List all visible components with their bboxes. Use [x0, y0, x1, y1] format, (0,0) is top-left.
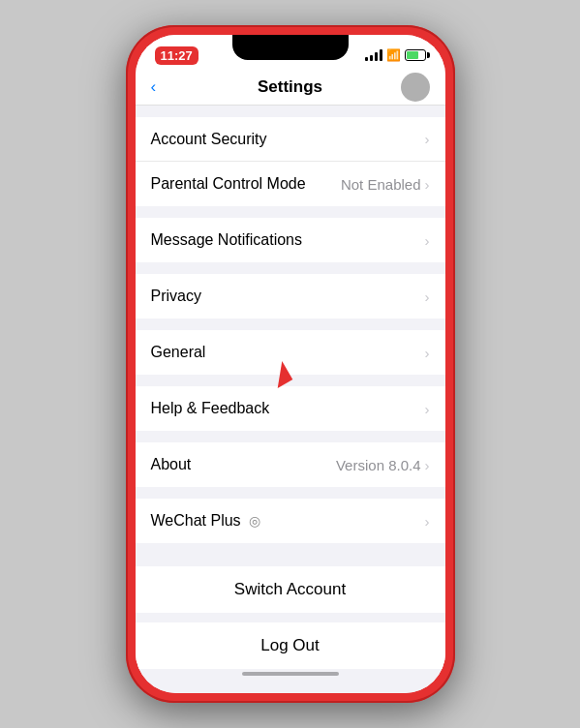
- battery-icon: [405, 49, 426, 61]
- wechat-plus-row[interactable]: WeChat Plus ◎ ›: [136, 499, 445, 543]
- about-row[interactable]: About Version 8.0.4 ›: [136, 442, 445, 487]
- signal-icon: [365, 49, 382, 61]
- message-notifications-label: Message Notifications: [151, 231, 303, 249]
- general-label: General: [151, 344, 206, 361]
- help-feedback-label: Help & Feedback: [151, 400, 270, 417]
- row-left: Parental Control Mode: [151, 175, 306, 193]
- parental-control-row[interactable]: Parental Control Mode Not Enabled ›: [136, 162, 445, 206]
- row-right: ›: [425, 513, 430, 530]
- chevron-icon: ›: [425, 401, 430, 417]
- chevron-icon: ›: [425, 288, 430, 305]
- chevron-icon: ›: [425, 131, 430, 147]
- parental-control-label: Parental Control Mode: [151, 175, 306, 193]
- chevron-icon: ›: [425, 345, 430, 361]
- privacy-row[interactable]: Privacy ›: [136, 274, 445, 318]
- switch-account-button[interactable]: Switch Account: [136, 566, 445, 613]
- privacy-label: Privacy: [151, 288, 201, 305]
- action-group: Switch Account Log Out: [136, 566, 445, 669]
- log-out-button[interactable]: Log Out: [136, 622, 445, 669]
- wechat-plus-icon: ◎: [249, 513, 260, 529]
- phone-screen: 11:27 📶 ‹ Settings: [136, 35, 445, 693]
- row-left: Account Security: [151, 131, 267, 148]
- row-left: WeChat Plus ◎: [151, 512, 260, 530]
- settings-group-1: Account Security › Parental Control Mode…: [136, 117, 445, 206]
- phone-frame: 11:27 📶 ‹ Settings: [126, 25, 455, 703]
- row-right: ›: [425, 401, 430, 417]
- row-right: ›: [425, 345, 430, 361]
- row-left: General: [151, 344, 206, 361]
- message-notifications-row[interactable]: Message Notifications ›: [136, 218, 445, 262]
- chevron-icon: ›: [425, 232, 430, 249]
- row-left: Privacy: [151, 288, 201, 305]
- about-version: Version 8.0.4: [336, 457, 421, 473]
- settings-group-5: Help & Feedback ›: [136, 386, 445, 431]
- nav-bar: ‹ Settings: [136, 70, 445, 106]
- battery-fill: [407, 51, 419, 59]
- parental-control-value: Not Enabled: [341, 176, 421, 193]
- row-right: Not Enabled ›: [341, 176, 430, 193]
- about-label: About: [151, 456, 192, 473]
- row-left: About: [151, 456, 192, 473]
- home-indicator: [242, 672, 339, 676]
- row-right: ›: [425, 232, 430, 249]
- notch: [232, 35, 349, 60]
- row-right: ›: [425, 131, 430, 147]
- general-row[interactable]: General ›: [136, 330, 445, 375]
- settings-group-3: Privacy ›: [136, 274, 445, 318]
- account-security-row[interactable]: Account Security ›: [136, 117, 445, 162]
- row-left: Help & Feedback: [151, 400, 270, 417]
- status-time: 11:27: [155, 46, 198, 65]
- settings-group-4: General ›: [136, 330, 445, 375]
- row-left: Message Notifications: [151, 231, 303, 249]
- avatar[interactable]: [401, 73, 430, 102]
- chevron-icon: ›: [425, 176, 430, 193]
- back-button[interactable]: ‹: [151, 77, 157, 97]
- wifi-icon: 📶: [386, 48, 401, 62]
- wechat-plus-label: WeChat Plus: [151, 512, 241, 530]
- chevron-icon: ›: [425, 513, 430, 530]
- log-out-label: Log Out: [260, 636, 320, 655]
- content: Account Security › Parental Control Mode…: [136, 106, 445, 693]
- page-title: Settings: [258, 77, 322, 97]
- account-security-label: Account Security: [151, 131, 267, 148]
- row-right: Version 8.0.4 ›: [336, 457, 430, 473]
- switch-account-label: Switch Account: [234, 580, 346, 599]
- chevron-icon: ›: [425, 457, 430, 473]
- settings-group-6: About Version 8.0.4 ›: [136, 442, 445, 487]
- settings-group-7: WeChat Plus ◎ ›: [136, 499, 445, 543]
- status-icons: 📶: [365, 48, 426, 62]
- row-right: ›: [425, 288, 430, 305]
- settings-group-2: Message Notifications ›: [136, 218, 445, 262]
- help-feedback-row[interactable]: Help & Feedback ›: [136, 386, 445, 431]
